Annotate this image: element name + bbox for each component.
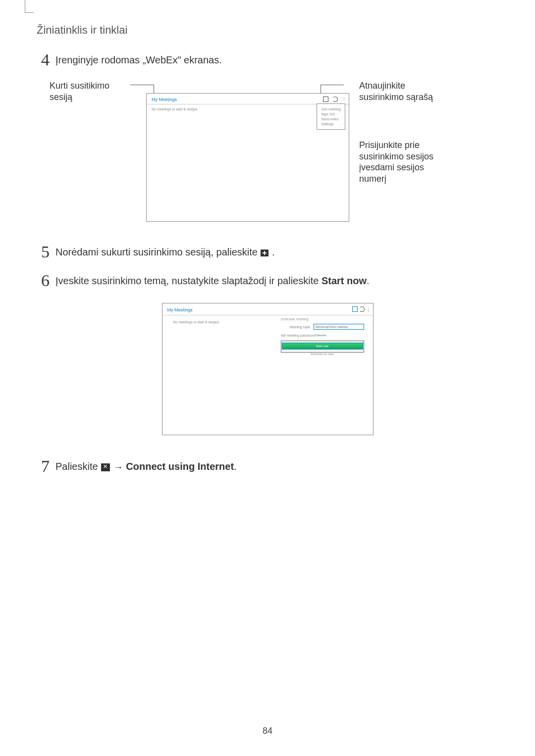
callout-text: įvesdami sesijos xyxy=(359,162,424,172)
label-password: Set meeting password xyxy=(281,334,311,337)
callout-refresh-list: Atnaujinkite susirinkimo sąrašą xyxy=(359,80,433,102)
popup-item-settings[interactable]: Settings xyxy=(321,122,341,126)
add-icon[interactable] xyxy=(352,306,358,312)
row-topic: Meeting topic Samsung/Cisco meeting xyxy=(281,324,364,330)
mock2-title: My Meetings xyxy=(167,307,193,312)
label-topic: Meeting topic xyxy=(281,325,311,329)
mock-titlebar: My Meetings ⋮ xyxy=(147,94,349,104)
mock2-empty-text: No meetings to start & sesijos xyxy=(173,320,219,324)
popup-item-join[interactable]: Join meeting xyxy=(321,107,341,111)
page-number: 84 xyxy=(0,726,535,736)
step-6-bold: Start now xyxy=(321,275,367,286)
callout-join-by-number: Prisijunkite prie susirinkimo sesijos įv… xyxy=(359,140,433,184)
mock2-titlebar: My Meetings ⋮ xyxy=(162,303,373,315)
figure-schedule-form: My Meetings ⋮ No meetings to start & ses… xyxy=(35,303,500,435)
section-header: Žiniatinklis ir tinklai xyxy=(37,24,500,37)
step-5: 5 Norėdami sukurti susirinkimo sesiją, p… xyxy=(35,246,500,260)
arrow-icon: → xyxy=(113,461,123,472)
step-7-bold: Connect using Internet xyxy=(126,461,234,472)
refresh-icon[interactable] xyxy=(359,306,365,312)
callout-text: susirinkimo sąrašą xyxy=(359,92,433,102)
form-title: Schedule meeting xyxy=(281,317,364,321)
callout-text: susirinkimo sesijos xyxy=(359,151,433,161)
step-6-number: 6 xyxy=(35,272,50,289)
callout-text: Atnaujinkite xyxy=(359,81,405,91)
input-password[interactable]: Optional xyxy=(314,333,364,338)
overflow-menu-icon[interactable]: ⋮ xyxy=(366,310,370,311)
schedule-form: Schedule meeting Meeting topic Samsung/C… xyxy=(281,317,364,355)
mock-webex-home: My Meetings ⋮ No meetings to start & ses… xyxy=(146,93,349,222)
step-6: 6 Įveskite susirinkimo temą, nustatykite… xyxy=(35,274,500,289)
step-5-text: Norėdami sukurti susirinkimo sesiją, pal… xyxy=(55,246,275,258)
step-7-number: 7 xyxy=(35,458,50,475)
popup-item-send-video[interactable]: Send video xyxy=(321,117,341,121)
step-7-text-after: . xyxy=(234,461,237,472)
step-6-text-after: . xyxy=(367,275,370,286)
mock-overflow-popup: Join meeting Sign Out Send video Setting… xyxy=(317,103,345,130)
step-5-text-before: Norėdami sukurti susirinkimo sesiją, pal… xyxy=(55,247,260,257)
step-7-text: Palieskite → Connect using Internet. xyxy=(55,460,237,473)
callout-line xyxy=(130,85,154,85)
start-now-button[interactable]: Start now xyxy=(282,343,363,350)
step-5-text-after: . xyxy=(272,247,275,257)
callout-line xyxy=(321,85,344,85)
step-4-number: 4 xyxy=(35,51,50,68)
step-7: 7 Palieskite → Connect using Internet. xyxy=(35,460,500,475)
add-meeting-icon xyxy=(261,250,268,256)
step-7-text-before: Palieskite xyxy=(55,461,101,472)
callout-create-session: Kurti susitikimo sesiją xyxy=(50,80,134,102)
mock-title: My Meetings xyxy=(152,97,177,102)
page-corner-mark xyxy=(25,0,25,13)
step-6-text: Įveskite susirinkimo temą, nustatykite s… xyxy=(55,274,370,287)
step-4-text: Įrenginyje rodomas „WebEx" ekranas. xyxy=(55,53,222,66)
overflow-menu-icon[interactable]: ⋮ xyxy=(342,99,346,100)
callout-text: numerį xyxy=(359,174,386,184)
step-5-number: 5 xyxy=(35,244,50,260)
step-4: 4 Įrenginyje rodomas „WebEx" ekranas. xyxy=(35,53,500,68)
refresh-icon[interactable] xyxy=(332,97,338,102)
row-password: Set meeting password Optional xyxy=(281,333,364,338)
popup-item-signout[interactable]: Sign Out xyxy=(321,112,341,116)
schedule-later-link[interactable]: Schedule for later xyxy=(281,353,364,355)
step-6-text-before: Įveskite susirinkimo temą, nustatykite s… xyxy=(55,275,321,286)
audio-icon xyxy=(101,463,110,471)
mock-empty-text: No meetings to start & sesijos xyxy=(152,107,198,111)
highlight-start-now: Start now xyxy=(281,341,364,353)
callout-text: Prisijunkite prie xyxy=(359,140,420,150)
input-topic[interactable]: Samsung/Cisco meeting xyxy=(314,324,364,330)
figure-webex-home: Kurti susitikimo sesiją Atnaujinkite sus… xyxy=(50,82,500,226)
mock-schedule: My Meetings ⋮ No meetings to start & ses… xyxy=(162,303,374,435)
add-icon[interactable] xyxy=(323,97,328,102)
